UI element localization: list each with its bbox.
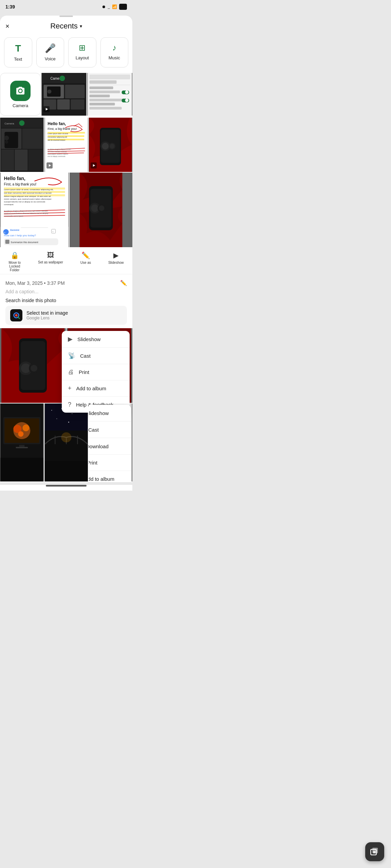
lens-svg	[13, 312, 20, 319]
phone-fabric-2-svg	[70, 173, 132, 247]
photo-settings[interactable]	[87, 73, 132, 116]
svg-text:Hello fan,: Hello fan,	[48, 121, 66, 126]
text-action-label: Text	[14, 57, 22, 62]
context-cast-button[interactable]: 📡 Cast	[62, 348, 130, 364]
context-add-album-icon: +	[68, 385, 72, 392]
svg-point-125	[22, 425, 29, 431]
music-action-label: Music	[109, 55, 120, 60]
svg-point-3	[60, 76, 65, 81]
svg-text:Summarize this document: Summarize this document	[11, 241, 38, 243]
photo-row-1: Camera Camera	[0, 73, 132, 117]
photo-food[interactable]	[0, 403, 44, 481]
svg-text:nostrud exercitation ullamco l: nostrud exercitation ullamco laboris nis…	[4, 212, 49, 214]
move-to-locked-folder-button[interactable]: 🔒 Move toLockedFolder	[8, 251, 21, 272]
search-inside-label: Search inside this photo	[5, 298, 127, 303]
select-text-button[interactable]: Select text in image Google Lens	[5, 306, 127, 325]
photo-phone-fabric[interactable]	[89, 118, 132, 172]
svg-point-24	[125, 91, 129, 94]
camera-icon	[15, 85, 26, 96]
voice-icon: 🎤	[45, 43, 56, 54]
ctx2-print-button[interactable]: 🖨 Print	[89, 455, 131, 471]
context-cast-icon: 📡	[68, 352, 75, 359]
video-icon-3	[91, 162, 97, 170]
svg-point-26	[125, 99, 129, 102]
voice-action-button[interactable]: 🎤 Voice	[36, 37, 64, 67]
photo-caption[interactable]: Add a caption...	[5, 289, 127, 294]
svg-text:How can I help you today?: How can I help you today?	[4, 234, 36, 237]
wallpaper-label: Set as wallpaper	[38, 260, 63, 264]
close-button[interactable]: ×	[5, 22, 10, 30]
context-slideshow-button[interactable]: ▶ Slideshow	[62, 331, 130, 348]
status-time: 1:39	[5, 4, 15, 9]
svg-text:First, a big thank you!: First, a big thank you!	[48, 127, 77, 131]
photo-android-update[interactable]: Android 16 Beta 3.1 (March 2025) This mi…	[89, 403, 132, 481]
svg-rect-129	[0, 458, 43, 481]
ctx2-slideshow-label: Slideshow	[89, 410, 109, 416]
edit-pencil-icon[interactable]: ✏️	[120, 280, 127, 286]
context-print-icon: 🖨	[68, 369, 74, 376]
photo-text-doc[interactable]: Hello fan, First, a big thank you! Lorem…	[44, 118, 88, 172]
wallpaper-icon: 🖼	[47, 251, 54, 259]
wifi-icon: 📶	[112, 4, 117, 9]
ctx2-add-album-button[interactable]: + Add to album	[89, 471, 131, 481]
bottom-sheet: × Recents ▾ T Text 🎤 Voice ⊞ Layout ♪ Mu…	[0, 16, 132, 482]
slideshow-label: Slideshow	[108, 261, 124, 264]
context-add-album-button[interactable]: + Add to album	[62, 380, 130, 397]
photo-row-2: Camera Hello fan, First, a big	[0, 118, 132, 172]
svg-rect-19	[90, 95, 110, 97]
photo-night-sky[interactable]	[44, 403, 88, 481]
svg-rect-34	[15, 150, 27, 171]
battery-level: 94	[119, 4, 127, 10]
text-action-button[interactable]: T Text	[4, 37, 32, 67]
camera-button[interactable]: Camera	[0, 73, 41, 116]
ctx2-slideshow-button[interactable]: ▶ Slideshow	[89, 405, 131, 421]
svg-text:consequat.: consequat.	[4, 203, 14, 205]
svg-rect-95	[5, 240, 10, 244]
svg-rect-20	[90, 99, 127, 101]
text-icon: T	[15, 43, 21, 54]
slideshow-icon: ▶	[113, 251, 118, 259]
svg-rect-22	[90, 107, 122, 110]
music-action-button[interactable]: ♪ Music	[100, 37, 129, 67]
terminal-icon: _	[108, 5, 110, 9]
svg-point-126	[18, 431, 23, 437]
context-cast-label: Cast	[80, 353, 91, 359]
status-icons: ⏺ _ 📶 94	[102, 4, 127, 10]
context-print-button[interactable]: 🖨 Print	[62, 364, 130, 380]
drag-handle[interactable]	[59, 16, 73, 17]
svg-rect-18	[90, 91, 120, 93]
set-as-wallpaper-button[interactable]: 🖼 Set as wallpaper	[38, 251, 63, 272]
layout-action-label: Layout	[76, 55, 89, 60]
svg-text:nisi ut aliquip commodo: nisi ut aliquip commodo	[48, 155, 65, 157]
photo-date-row: Mon, Mar 3, 2025 • 3:37 PM ✏️	[5, 280, 127, 286]
svg-text:commodo consequat.: commodo consequat.	[4, 215, 24, 217]
ctx2-download-button[interactable]: ⬇ Download	[89, 438, 131, 455]
svg-text:G: G	[4, 232, 6, 234]
phone-3-svg	[0, 328, 66, 403]
svg-text:suscipit lobortis nisl ut aliq: suscipit lobortis nisl ut aliquip ex ea …	[4, 201, 45, 203]
layout-icon: ⊞	[79, 43, 86, 53]
dropdown-arrow-icon[interactable]: ▾	[80, 23, 82, 29]
photo-phone-fabric-2[interactable]	[70, 173, 132, 247]
photo-row-last: Android 16 Beta 3.1 (March 2025) This mi…	[0, 403, 132, 481]
slideshow-button[interactable]: ▶ Slideshow	[108, 251, 124, 272]
context-help-icon: ?	[68, 401, 71, 408]
ctx2-cast-button[interactable]: 📡 Cast	[89, 421, 131, 438]
use-as-button[interactable]: ✏️ Use as	[80, 251, 91, 272]
context-menu-2-panel: ▶ Slideshow 📡 Cast ⬇ Download 🖨	[89, 405, 131, 481]
svg-point-10	[48, 90, 52, 94]
night-sky-svg	[44, 403, 88, 481]
photo-collage-1[interactable]: Camera	[41, 73, 87, 116]
svg-point-132	[51, 410, 52, 411]
select-text-info: Select text in image Google Lens	[26, 310, 122, 320]
svg-text:sed diam nonummy nibh euismod : sed diam nonummy nibh euismod tincidunt …	[4, 192, 52, 194]
layout-action-button[interactable]: ⊞ Layout	[68, 37, 96, 67]
photo-phone-3[interactable]	[0, 328, 66, 403]
svg-rect-8	[71, 99, 85, 110]
lock-icon: 🔒	[11, 251, 19, 259]
video-icon-2	[46, 162, 53, 170]
photo-text-doc-large[interactable]: Hello fan, First, a big thank you! Lorem…	[0, 173, 69, 247]
context-print-label: Print	[79, 369, 89, 375]
svg-text:Lorem ipsum dolor sit amet, co: Lorem ipsum dolor sit amet, consectetur …	[4, 189, 54, 191]
photo-camera-collage[interactable]: Camera	[0, 118, 44, 172]
